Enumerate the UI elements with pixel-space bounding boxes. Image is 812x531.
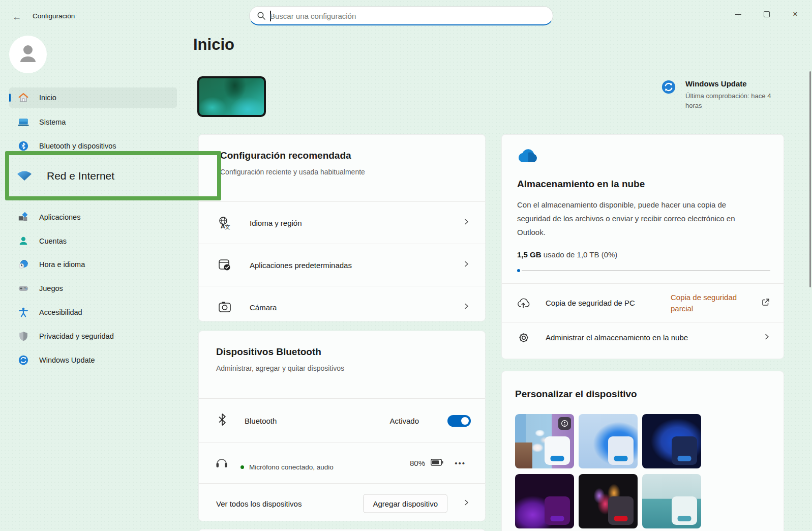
card-title: Almacenamiento en la nube <box>517 179 768 190</box>
chevron-right-icon <box>463 260 470 270</box>
bluetooth-icon <box>17 140 29 152</box>
usage-detail: usado de 1,0 TB (0%) <box>542 250 618 259</box>
sidebar-item-label: Red e Internet <box>47 170 114 182</box>
chevron-right-icon <box>763 333 770 342</box>
card-title: Personalizar el dispositivo <box>515 389 784 400</box>
bluetooth-icon <box>217 413 227 428</box>
personalize-device-card: Personalizar el dispositivo <box>501 371 784 531</box>
theme-preview <box>608 496 634 525</box>
home-icon <box>17 92 29 104</box>
theme-tile-1[interactable] <box>515 414 574 468</box>
sidebar-item-juegos[interactable]: Juegos <box>9 278 177 299</box>
gaming-icon <box>17 283 29 294</box>
search-box[interactable] <box>249 6 553 25</box>
sidebar-item-label: Windows Update <box>39 356 95 364</box>
add-device-button[interactable]: Agregar dispositivo <box>363 494 447 513</box>
maximize-icon <box>764 11 770 17</box>
system-icon <box>17 116 29 128</box>
maximize-button[interactable] <box>759 7 774 21</box>
page-title: Inicio <box>193 36 234 54</box>
sidebar-item-cuentas[interactable]: Cuentas <box>9 231 177 251</box>
theme-tile-5[interactable] <box>579 474 638 528</box>
annotation-highlight-box: Red e Internet <box>5 151 221 200</box>
sidebar-item-label: Accesibilidad <box>39 308 82 316</box>
sidebar-item-windows-update[interactable]: Windows Update <box>9 350 177 370</box>
back-button[interactable]: ← <box>10 10 23 23</box>
close-icon: × <box>793 9 798 19</box>
sidebar-item-hora-e-idioma[interactable]: Hora e idioma <box>9 254 177 275</box>
row-view-all-devices[interactable]: Ver todos los dispositivos Agregar dispo… <box>199 484 485 523</box>
row-label: Bluetooth <box>245 417 277 425</box>
apps-icon <box>17 212 29 223</box>
sidebar-item-privacidad[interactable]: Privacidad y seguridad <box>9 326 177 346</box>
card-subtitle: Administrar, agregar y quitar dispositiv… <box>216 364 485 372</box>
backup-status-link[interactable]: Copia de seguridad parcial <box>671 292 752 314</box>
windows-update-title: Windows Update <box>685 79 786 88</box>
cloud-backup-icon <box>517 297 530 310</box>
language-region-icon: A文 <box>217 215 232 230</box>
bluetooth-toggle[interactable] <box>447 415 471 427</box>
theme-preview <box>545 496 570 525</box>
search-input[interactable] <box>270 9 545 23</box>
close-button[interactable]: × <box>788 7 803 21</box>
toggle-knob <box>461 417 469 425</box>
minimize-icon <box>735 14 741 15</box>
cloud-storage-card: Almacenamiento en la nube Con el almacen… <box>501 134 784 359</box>
more-options-button[interactable]: ••• <box>455 459 466 467</box>
camera-icon <box>217 300 232 315</box>
progress-fill <box>517 269 520 272</box>
battery-percent: 80% <box>410 459 425 467</box>
connected-status-dot <box>240 465 244 469</box>
theme-preview <box>672 436 697 465</box>
card-subtitle: Configuración reciente y usada habitualm… <box>220 168 485 176</box>
network-wifi-icon <box>15 167 34 185</box>
default-apps-icon <box>217 257 232 273</box>
sidebar-item-accesibilidad[interactable]: Accesibilidad <box>9 302 177 322</box>
card-title: Configuración recomendada <box>220 150 485 161</box>
row-idioma-y-region[interactable]: A文 Idioma y región <box>199 202 485 244</box>
user-avatar[interactable] <box>9 36 47 73</box>
row-pc-backup[interactable]: Copia de seguridad de PC Copia de seguri… <box>502 284 784 322</box>
time-language-icon <box>17 259 29 271</box>
sidebar-item-label: Hora e idioma <box>39 260 85 269</box>
minimize-button[interactable] <box>731 7 746 21</box>
row-camara[interactable]: Cámara <box>199 286 485 328</box>
sidebar-item-label: Juegos <box>39 284 63 292</box>
person-icon <box>16 42 40 67</box>
theme-tile-4[interactable] <box>515 474 574 528</box>
device-status: Micrófono conectado, audio <box>249 463 334 471</box>
theme-tile-2[interactable] <box>579 414 638 468</box>
sidebar-item-sistema[interactable]: Sistema <box>9 112 177 132</box>
chevron-right-icon <box>463 218 470 227</box>
theme-tile-6[interactable] <box>642 474 701 528</box>
usage-amount: 1,5 GB <box>517 250 542 259</box>
row-label: Idioma y región <box>250 219 302 227</box>
sidebar-item-aplicaciones[interactable]: Aplicaciones <box>9 207 177 227</box>
card-title: Dispositivos Bluetooth <box>216 346 485 358</box>
windows-update-summary[interactable]: Windows Update Última comprobación: hace… <box>661 79 788 110</box>
windows-update-icon <box>661 79 676 110</box>
windows-update-status: Última comprobación: hace 4 horas <box>685 91 786 110</box>
chevron-right-icon <box>463 303 470 312</box>
sidebar-item-red-e-internet[interactable]: Red e Internet <box>9 167 217 185</box>
app-title: Configuración <box>33 12 75 20</box>
windows-update-icon <box>17 355 29 366</box>
sidebar-item-label: Aplicaciones <box>39 213 80 221</box>
cloud-icon <box>517 157 539 166</box>
vertical-scrollbar[interactable] <box>809 71 811 287</box>
row-aplicaciones-predeterminadas[interactable]: Aplicaciones predeterminadas <box>199 244 485 286</box>
recommended-settings-card: Configuración recomendada Configuración … <box>198 134 486 321</box>
theme-tile-3[interactable] <box>642 414 701 468</box>
theme-preview <box>672 496 697 525</box>
sidebar-item-label: Cuentas <box>39 237 67 245</box>
sidebar-item-label: Bluetooth y dispositivos <box>39 142 116 150</box>
row-headphones-device[interactable]: Micrófono conectado, audio 80% ••• <box>199 443 485 483</box>
sidebar-item-inicio[interactable]: Inicio <box>9 87 177 108</box>
selection-accent-bar <box>9 94 11 102</box>
row-manage-cloud-storage[interactable]: Administrar el almacenamiento en la nube <box>502 322 784 352</box>
row-label: Administrar el almacenamiento en la nube <box>546 333 688 342</box>
bluetooth-devices-card: Dispositivos Bluetooth Administrar, agre… <box>198 331 486 521</box>
toggle-state-label: Activado <box>389 417 419 425</box>
sidebar-item-label: Inicio <box>39 94 56 102</box>
accounts-icon <box>17 235 29 247</box>
